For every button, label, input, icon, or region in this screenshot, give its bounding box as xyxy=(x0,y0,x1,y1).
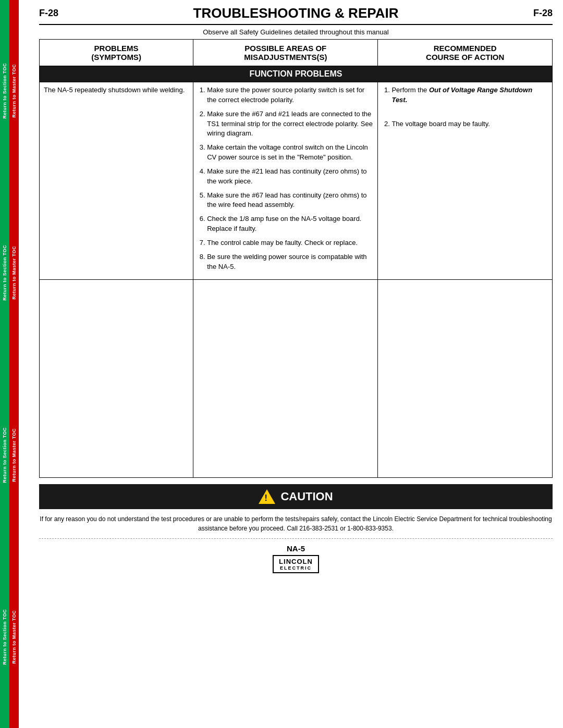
footer-logo-area: NA-5 LINCOLN ELECTRIC xyxy=(39,544,553,573)
safety-note: Observe all Safety Guidelines detailed t… xyxy=(39,25,553,39)
section-toc-link-4[interactable]: Return to Section TOC xyxy=(1,607,8,667)
section-header-cell: FUNCTION PROBLEMS xyxy=(40,66,553,82)
brand-name: LINCOLN xyxy=(279,558,313,565)
section-toc-link-2[interactable]: Return to Section TOC xyxy=(1,243,8,303)
table-header-row: PROBLEMS(SYMPTOMS) POSSIBLE AREAS OFMISA… xyxy=(40,40,553,66)
recommended-cell: Perform the Out of Voltage Range Shutdow… xyxy=(378,82,553,280)
col-header-recommended-text: RECOMMENDEDCOURSE OF ACTION xyxy=(426,44,504,61)
master-toc-link-2[interactable]: Return to Master TOC xyxy=(10,244,18,302)
page-number-left: F-28 xyxy=(39,8,58,19)
misadjustments-list: Make sure the power source polarity swit… xyxy=(198,85,373,272)
troubleshooting-table: PROBLEMS(SYMPTOMS) POSSIBLE AREAS OFMISA… xyxy=(39,39,553,478)
problems-text: The NA-5 repeatedly shutsdown while weld… xyxy=(44,85,189,95)
master-toc-link-4[interactable]: Return to Master TOC xyxy=(10,608,18,666)
misadj-item-8: Be sure the welding power source is comp… xyxy=(207,252,373,272)
footer-note: If for any reason you do not understand … xyxy=(39,514,553,533)
recommended-item-1-bold: Out of Voltage Range Shutdown Test. xyxy=(391,86,532,104)
master-toc-bar[interactable]: Return to Master TOC Return to Master TO… xyxy=(9,0,19,728)
caution-label: CAUTION xyxy=(280,490,333,503)
col-header-recommended: RECOMMENDEDCOURSE OF ACTION xyxy=(378,40,553,66)
misadj-item-3: Make certain the voltage control switch … xyxy=(207,143,373,163)
section-header-row: FUNCTION PROBLEMS xyxy=(40,66,553,82)
section-toc-bar[interactable]: Return to Section TOC Return to Section … xyxy=(0,0,9,728)
col-header-misadj-text: POSSIBLE AREAS OFMISADJUSTMENTS(S) xyxy=(244,44,327,61)
page-content: F-28 TROUBLESHOOTING & REPAIR F-28 Obser… xyxy=(29,0,563,584)
col-header-misadjustments: POSSIBLE AREAS OFMISADJUSTMENTS(S) xyxy=(193,40,378,66)
misadjustments-cell: Make sure the power source polarity swit… xyxy=(193,82,378,280)
spacer-row xyxy=(40,279,553,477)
lincoln-electric-logo: LINCOLN ELECTRIC xyxy=(273,555,319,573)
misadj-item-6: Check the 1/8 amp fuse on the NA-5 volta… xyxy=(207,214,373,234)
model-name: NA-5 xyxy=(39,544,553,553)
recommended-list: Perform the Out of Voltage Range Shutdow… xyxy=(382,85,548,129)
col-header-problems: PROBLEMS(SYMPTOMS) xyxy=(40,40,193,66)
recommended-item-1: Perform the Out of Voltage Range Shutdow… xyxy=(391,85,548,105)
misadj-item-1: Make sure the power source polarity swit… xyxy=(207,85,373,105)
page-title: TROUBLESHOOTING & REPAIR xyxy=(58,5,533,21)
footer-divider xyxy=(39,538,553,539)
section-toc-link-3[interactable]: Return to Section TOC xyxy=(1,425,8,485)
master-toc-link-1[interactable]: Return to Master TOC xyxy=(10,62,18,120)
table-row: The NA-5 repeatedly shutsdown while weld… xyxy=(40,82,553,280)
page-header: F-28 TROUBLESHOOTING & REPAIR F-28 xyxy=(39,0,553,25)
page-number-right: F-28 xyxy=(533,8,553,19)
recommended-item-2: The voltage board may be faulty. xyxy=(391,119,548,129)
misadj-item-5: Make sure the #67 lead has continuity (z… xyxy=(207,191,373,211)
misadj-item-4: Make sure the #21 lead has continuity (z… xyxy=(207,167,373,187)
problems-cell: The NA-5 repeatedly shutsdown while weld… xyxy=(40,82,193,280)
brand-sub: ELECTRIC xyxy=(279,565,313,571)
col-header-problems-text: PROBLEMS(SYMPTOMS) xyxy=(91,44,141,61)
misadj-item-7: The control cable may be faulty. Check o… xyxy=(207,238,373,248)
caution-triangle-icon xyxy=(259,489,275,504)
spacer-misadj xyxy=(193,279,378,477)
spacer-problems xyxy=(40,279,193,477)
spacer-recommended xyxy=(378,279,553,477)
section-toc-link-1[interactable]: Return to Section TOC xyxy=(1,61,8,121)
misadj-item-2: Make sure the #67 and #21 leads are conn… xyxy=(207,109,373,139)
caution-bar: CAUTION xyxy=(39,484,553,509)
master-toc-link-3[interactable]: Return to Master TOC xyxy=(10,426,18,484)
side-navigation: Return to Section TOC Return to Section … xyxy=(0,0,29,728)
